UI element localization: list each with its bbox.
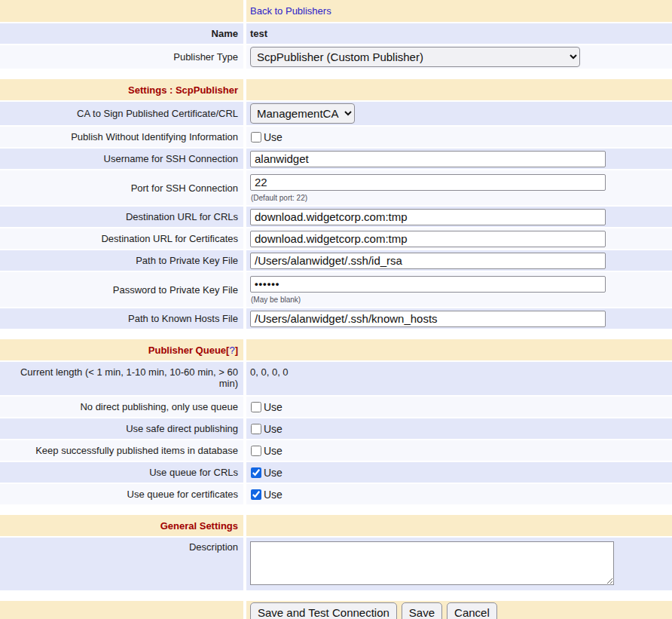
private-key-path-input[interactable] (250, 253, 606, 269)
back-to-publishers-link[interactable]: Back to Publishers (250, 5, 331, 17)
queue-certs-checkbox[interactable] (251, 489, 261, 500)
ca-label: CA to Sign Published Certificate/CRL (0, 102, 243, 125)
back-row: Back to Publishers (0, 0, 672, 22)
safe-direct-row: Use safe direct publishing Use (0, 418, 672, 439)
crl-url-label: Destination URL for CRLs (0, 207, 243, 227)
general-section-title: General Settings (160, 520, 238, 532)
port-row: Port for SSH Connection (Default port: 2… (0, 170, 672, 205)
keep-published-checkbox[interactable] (251, 446, 261, 456)
port-label: Port for SSH Connection (0, 170, 243, 205)
queue-certs-label: Use queue for certificates (0, 484, 243, 504)
only-queue-label: No direct publishing, only use queue (0, 397, 243, 417)
description-label: Description (0, 538, 243, 590)
help-bracket-close: ] (235, 345, 238, 356)
cert-url-row: Destination URL for Certificates (0, 228, 672, 249)
safe-direct-checkbox[interactable] (251, 424, 261, 434)
name-row: Name test (0, 23, 672, 44)
queue-help-link[interactable]: ? (229, 345, 234, 356)
description-textarea[interactable] (250, 541, 614, 585)
publish-without-info-checkbox[interactable] (251, 132, 261, 142)
queue-certs-checkbox-label: Use (264, 489, 283, 501)
private-key-path-label: Path to Private Key File (0, 250, 243, 271)
publish-without-info-row: Publish Without Identifying Information … (0, 127, 672, 147)
publish-without-info-checkbox-label: Use (264, 131, 283, 143)
port-note: (Default port: 22) (251, 194, 307, 202)
spacer-cell (0, 601, 243, 619)
ca-row: CA to Sign Published Certificate/CRL Man… (0, 102, 672, 125)
settings-header-row: Settings : ScpPublisher (0, 79, 672, 100)
username-row: Username for SSH Connection (0, 149, 672, 169)
section-divider (0, 330, 672, 339)
crl-url-input[interactable] (250, 209, 606, 225)
private-key-password-note: (May be blank) (251, 296, 301, 304)
name-label: Name (0, 23, 243, 44)
username-input[interactable] (250, 151, 606, 167)
publisher-type-select[interactable]: ScpPublisher (Custom Publisher) (250, 47, 580, 67)
publisher-type-row: Publisher Type ScpPublisher (Custom Publ… (0, 45, 672, 69)
general-header-row: General Settings (0, 515, 672, 536)
private-key-password-label: Password to Private Key File (0, 272, 243, 307)
safe-direct-checkbox-label: Use (264, 423, 283, 435)
queue-crls-checkbox[interactable] (251, 467, 261, 478)
crl-url-row: Destination URL for CRLs (0, 207, 672, 227)
settings-section-title: Settings : ScpPublisher (128, 84, 238, 96)
spacer-cell (246, 515, 672, 536)
queue-crls-label: Use queue for CRLs (0, 462, 243, 483)
ca-select[interactable]: ManagementCA (250, 103, 355, 124)
private-key-path-row: Path to Private Key File (0, 250, 672, 271)
known-hosts-path-row: Path to Known Hosts File (0, 308, 672, 329)
private-key-password-row: Password to Private Key File (May be bla… (0, 272, 672, 307)
known-hosts-path-input[interactable] (250, 311, 606, 327)
description-row: Description (0, 538, 672, 590)
queue-length-label: Current length (< 1 min, 1-10 min, 10-60… (0, 362, 243, 395)
actions-row: Save and Test Connection Save Cancel (0, 601, 672, 619)
only-queue-checkbox[interactable] (251, 402, 261, 412)
save-button[interactable]: Save (402, 602, 442, 619)
publish-without-info-label: Publish Without Identifying Information (0, 127, 243, 147)
queue-section-title: Publisher Queue (148, 345, 226, 356)
section-divider (0, 592, 672, 601)
spacer-cell (246, 339, 672, 360)
queue-crls-row: Use queue for CRLs Use (0, 462, 672, 483)
only-queue-checkbox-label: Use (264, 401, 283, 413)
keep-published-checkbox-label: Use (264, 445, 283, 457)
queue-crls-checkbox-label: Use (264, 467, 283, 479)
keep-published-row: Keep successfully published items in dat… (0, 440, 672, 461)
publisher-type-label: Publisher Type (0, 45, 243, 69)
cert-url-input[interactable] (250, 231, 606, 247)
known-hosts-path-label: Path to Known Hosts File (0, 308, 243, 329)
section-divider (0, 506, 672, 515)
queue-certs-row: Use queue for certificates Use (0, 484, 672, 504)
queue-length-row: Current length (< 1 min, 1-10 min, 10-60… (0, 362, 672, 395)
safe-direct-label: Use safe direct publishing (0, 418, 243, 439)
only-queue-row: No direct publishing, only use queue Use (0, 397, 672, 417)
private-key-password-input[interactable] (250, 276, 606, 293)
save-and-test-button[interactable]: Save and Test Connection (250, 602, 397, 619)
username-label: Username for SSH Connection (0, 149, 243, 169)
spacer-cell (246, 79, 672, 100)
cert-url-label: Destination URL for Certificates (0, 228, 243, 249)
queue-header-row: Publisher Queue [?] (0, 339, 672, 360)
cancel-button[interactable]: Cancel (447, 602, 497, 619)
name-value: test (246, 23, 672, 44)
queue-length-value: 0, 0, 0, 0 (246, 362, 672, 395)
port-input[interactable] (250, 174, 606, 191)
keep-published-label: Keep successfully published items in dat… (0, 440, 243, 461)
section-divider (0, 70, 672, 79)
spacer-cell (0, 0, 243, 22)
publisher-edit-form: Back to Publishers Name test Publisher T… (0, 0, 672, 619)
